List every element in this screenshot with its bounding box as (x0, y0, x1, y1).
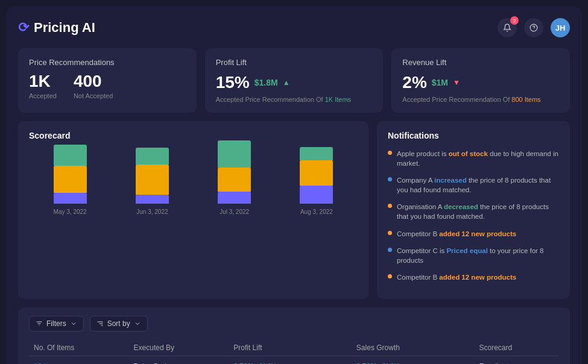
user-avatar[interactable]: JH (551, 18, 570, 37)
notification-badge: 2 (510, 16, 519, 25)
sort-button[interactable]: Sort by (90, 316, 148, 331)
price-rec-title: Price Recommendations (29, 58, 186, 67)
profit-lift-values: 15% $1.8M ▲ (216, 73, 373, 92)
not-accepted-block: 400 Not Accepted (74, 73, 113, 99)
revenue-lift-card: Revenue Lift 2% $1M ▼ Accepted Price Rec… (391, 48, 570, 113)
bar-stack (299, 147, 335, 204)
notification-text: Competitor B added 12 new products (397, 229, 516, 239)
profit-lift-title: Profit Lift (216, 58, 373, 67)
scorecard-cell: Excellent (475, 356, 560, 364)
bar-stack (52, 145, 88, 204)
revenue-subtitle: Accepted Price Recommendation Of 800 Ite… (402, 96, 559, 103)
notification-item: Competitor C is Priced equal to your pri… (388, 246, 559, 265)
profit-percent: 15% (216, 73, 250, 92)
executed-by-cell: Peter Craig (129, 356, 229, 364)
bar-segment (136, 165, 169, 195)
items-cell[interactable]: 10 items (29, 356, 129, 364)
filters-label: Filters (46, 319, 66, 328)
header-actions: 2 JH (498, 18, 570, 37)
app-title: ⟳ Pricing AI (18, 20, 95, 36)
title-text: Pricing AI (34, 20, 95, 36)
bar-segment (218, 168, 251, 192)
table-column-header: Sales Growth (352, 340, 475, 356)
bar-label: Aug 3, 2022 (300, 209, 333, 215)
profit-money: $1.8M (254, 78, 278, 87)
table-header: No. Of ItemsExecuted ByProfit LiftSales … (29, 340, 559, 356)
notification-text: Competitor C is Priced equal to your pri… (397, 246, 559, 265)
bar-group: Jun 3, 2022 (134, 148, 170, 215)
bar-label: May 3, 2022 (54, 209, 87, 215)
table-column-header: Profit Lift (229, 340, 352, 356)
revenue-highlight: 800 Items (511, 96, 540, 103)
notification-dot (388, 231, 392, 235)
sort-label: Sort by (107, 319, 130, 328)
header: ⟳ Pricing AI 2 JH (18, 18, 570, 37)
bar-segment (136, 195, 169, 204)
notification-item: Competitor B added 12 new products (388, 229, 559, 239)
notifications-card: Notifications Apple product is out of st… (377, 121, 570, 299)
table-toolbar: Filters Sort by (29, 316, 559, 331)
notification-item: Company A increased the price of 8 produ… (388, 175, 559, 195)
filters-button[interactable]: Filters (29, 316, 84, 331)
table-column-header: No. Of Items (29, 340, 129, 356)
notification-dot (388, 248, 392, 252)
accepted-block: 1K Accepted (29, 73, 57, 99)
profit-lift-cell: 3.79% $1.8M▲ (229, 356, 352, 364)
notification-text: Apple product is out of stock due to hig… (397, 149, 559, 168)
notification-item: Apple product is out of stock due to hig… (388, 149, 559, 168)
not-accepted-value: 400 (74, 73, 113, 90)
profit-arrow-up: ▲ (283, 78, 290, 87)
bar-segment (54, 145, 87, 166)
accepted-label: Accepted (29, 92, 57, 99)
bar-stack (134, 148, 170, 204)
bar-stack (217, 140, 253, 204)
bar-segment (54, 193, 87, 204)
revenue-arrow-down: ▼ (453, 78, 460, 87)
bar-label: Jun 3, 2022 (136, 209, 168, 215)
sales-growth-cell: 3.79% $1.8M▲ (352, 356, 475, 364)
notification-text: Competitor B added 12 new products (397, 272, 516, 282)
notification-dot (388, 274, 392, 278)
bar-segment (300, 160, 333, 186)
notification-text: Company A increased the price of 8 produ… (397, 175, 559, 195)
bar-label: Jul 3, 2022 (220, 209, 249, 215)
bar-segment (300, 147, 333, 160)
bar-segment (300, 186, 333, 204)
bar-segment (218, 140, 251, 168)
not-accepted-label: Not Accepted (74, 92, 113, 99)
bar-segment (54, 166, 87, 193)
revenue-money: $1M (432, 78, 448, 87)
table-body: 10 itemsPeter Craig3.79% $1.8M▲3.79% $1.… (29, 356, 559, 364)
app-icon: ⟳ (18, 20, 29, 36)
revenue-lift-values: 2% $1M ▼ (402, 73, 559, 92)
notification-item: Organisation A decreased the price of 8 … (388, 202, 559, 221)
accepted-value: 1K (29, 73, 57, 90)
dashboard: ⟳ Pricing AI 2 JH Pr (6, 6, 582, 364)
notification-item: Competitor B added 12 new products (388, 272, 559, 282)
table-column-header: Scorecard (475, 340, 560, 356)
data-table: No. Of ItemsExecuted ByProfit LiftSales … (29, 340, 559, 364)
profit-lift-card: Profit Lift 15% $1.8M ▲ Accepted Price R… (205, 48, 384, 113)
notification-dot (388, 151, 392, 155)
bar-segment (136, 148, 169, 165)
table-card: Filters Sort by No. Of ItemsExecuted ByP… (18, 307, 570, 364)
bar-group: Jul 3, 2022 (217, 140, 253, 215)
table-column-header: Executed By (129, 340, 229, 356)
scorecard-title: Scorecard (29, 131, 358, 140)
price-recommendations-card: Price Recommendations 1K Accepted 400 No… (18, 48, 197, 113)
bar-group: Aug 3, 2022 (299, 147, 335, 215)
price-rec-values: 1K Accepted 400 Not Accepted (29, 73, 186, 99)
middle-section: Scorecard May 3, 2022Jun 3, 2022Jul 3, 2… (18, 121, 570, 299)
notifications-list: Apple product is out of stock due to hig… (388, 149, 559, 282)
scorecard-card: Scorecard May 3, 2022Jun 3, 2022Jul 3, 2… (18, 121, 368, 299)
revenue-lift-title: Revenue Lift (402, 58, 559, 67)
bar-segment (218, 192, 251, 204)
bar-group: May 3, 2022 (52, 145, 88, 215)
help-button[interactable] (524, 18, 543, 37)
top-cards: Price Recommendations 1K Accepted 400 No… (18, 48, 570, 113)
notification-text: Organisation A decreased the price of 8 … (397, 202, 559, 221)
profit-subtitle: Accepted Price Recommendation Of 1K Item… (216, 96, 373, 103)
notification-dot (388, 177, 392, 181)
notification-dot (388, 204, 392, 208)
notification-button[interactable]: 2 (498, 18, 517, 37)
